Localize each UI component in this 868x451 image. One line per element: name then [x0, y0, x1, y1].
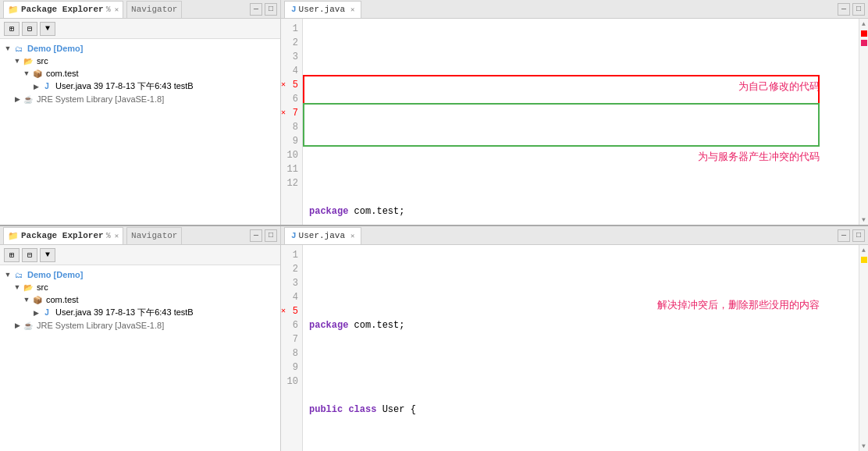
bottom-tree-src[interactable]: ▼ 📂 src — [0, 281, 280, 293]
b-line-num-8: 8 — [281, 346, 302, 360]
scrollbar-bottom-arrow[interactable]: ▼ — [859, 215, 868, 225]
annotation-server: 为与服务器产生冲突的代码 — [698, 150, 820, 164]
bottom-sidebar-controls: — □ — [250, 229, 277, 242]
bottom-menu-btn[interactable]: ▼ — [40, 248, 55, 262]
bottom-navigator-tab[interactable]: Navigator — [126, 227, 182, 244]
bottom-editor-tab-close[interactable]: ✕ — [350, 232, 354, 240]
view-menu-btn[interactable]: ▼ — [40, 22, 55, 36]
bottom-collapse-btn[interactable]: ⊞ — [4, 248, 20, 262]
sidebar-controls: — □ — [250, 3, 277, 16]
top-right-bar: ▲ ▼ — [859, 19, 868, 225]
tab-percent: % — [106, 5, 111, 14]
navigator-label: Navigator — [131, 5, 177, 14]
comtest-arrow: ▼ — [22, 69, 31, 77]
bottom-comtest-arrow: ▼ — [22, 296, 31, 304]
src-folder-icon: 📂 — [22, 55, 34, 66]
bottom-jre-arrow: ▶ — [12, 321, 22, 329]
b-line-num-6: 6 — [281, 318, 302, 332]
b-line-num-5: 5 — [281, 304, 302, 318]
top-sidebar-tabbar: 📁 Package Explorer % ✕ Navigator — □ — [0, 0, 280, 19]
bottom-tree-userjava[interactable]: ▶ J User.java 39 17-8-13 下午6:43 testB — [0, 306, 280, 319]
demo-project-icon: 🗂 — [12, 43, 25, 54]
bottom-package-explorer-tab[interactable]: 📁 Package Explorer % ✕ — [3, 227, 123, 244]
comtest-icon: 📦 — [31, 68, 44, 79]
bottom-link-btn[interactable]: ⊟ — [22, 248, 37, 262]
package-explorer-tab[interactable]: 📁 Package Explorer % ✕ — [3, 1, 123, 18]
b-line-num-4: 4 — [281, 290, 302, 304]
bottom-tree-demo[interactable]: ▼ 🗂 Demo [Demo] — [0, 268, 280, 281]
bottom-demo-arrow: ▼ — [3, 271, 12, 279]
bottom-jre-label: JRE System Library [JavaSE-1.8] — [37, 321, 164, 330]
minimize-btn[interactable]: — — [250, 3, 262, 16]
userjava-icon: J — [41, 81, 53, 92]
bottom-editor-content: 1 2 3 4 5 6 7 8 9 10 解决掉冲突后，删除那些没用的内容 pa… — [281, 245, 868, 451]
b-code-line-3: public class User { — [309, 403, 852, 417]
maximize-btn[interactable]: □ — [265, 3, 277, 16]
bottom-tab-percent: % — [106, 232, 111, 240]
b-line-num-2: 2 — [281, 262, 302, 276]
userjava-editor-tab[interactable]: J User.java ✕ — [284, 1, 361, 18]
tree-item-comtest[interactable]: ▼ 📦 com.test — [0, 67, 280, 80]
bottom-comtest-label: com.test — [46, 295, 79, 304]
bottom-editor-tabbar: J User.java ✕ — □ — [281, 226, 868, 245]
scrollbar-top-arrow[interactable]: ▲ — [859, 19, 868, 29]
editor-tab-close[interactable]: ✕ — [350, 5, 354, 14]
tree-item-src[interactable]: ▼ 📂 src — [0, 55, 280, 67]
tree-item-userjava[interactable]: ▶ J User.java 39 17-8-13 下午6:43 testB — [0, 80, 280, 93]
bottom-navigator-label: Navigator — [131, 231, 177, 240]
tree-item-demo[interactable]: ▼ 🗂 Demo [Demo] — [0, 42, 280, 55]
collapse-all-btn[interactable]: ⊞ — [4, 22, 20, 36]
bottom-comtest-icon: 📦 — [31, 294, 44, 305]
bottom-demo-icon: 🗂 — [12, 269, 25, 280]
bottom-scrollbar-up[interactable]: ▲ — [859, 245, 868, 255]
line-num-12: 12 — [281, 176, 302, 190]
top-code-area[interactable]: 为自己修改的代码 为与服务器产生冲突的代码 package com.test; … — [303, 19, 859, 225]
b-code-line-2 — [309, 360, 852, 375]
b-line-num-10: 10 — [281, 375, 302, 389]
editor-tab-label: User.java — [299, 5, 345, 14]
top-editor: J User.java ✕ — □ 1 2 3 4 5 6 7 8 9 10 — [281, 0, 868, 225]
userjava-label: User.java 39 17-8-13 下午6:43 testB — [55, 80, 194, 92]
bottom-maximize-btn[interactable]: □ — [265, 229, 277, 242]
line-num-4: 4 — [281, 64, 302, 78]
line-num-9: 9 — [281, 134, 302, 148]
folder-icon: 📁 — [8, 5, 19, 15]
src-label: src — [37, 56, 48, 66]
bottom-conflict-marker — [861, 257, 867, 263]
bottom-userjava-tab[interactable]: J User.java ✕ — [284, 227, 361, 244]
bottom-demo-label: Demo [Demo] — [27, 270, 84, 279]
bottom-code-area[interactable]: 解决掉冲突后，删除那些没用的内容 package com.test; publi… — [303, 245, 859, 451]
bottom-panel: 📁 Package Explorer % ✕ Navigator — □ ⊞ ⊟… — [0, 226, 868, 451]
bottom-userjava-label: User.java 39 17-8-13 下午6:43 testB — [55, 307, 194, 318]
line-num-5: 5 — [281, 78, 302, 92]
top-panel: 📁 Package Explorer % ✕ Navigator — □ ⊞ ⊟… — [0, 0, 868, 226]
editor-minimize-btn[interactable]: — — [838, 3, 850, 16]
line-num-10: 10 — [281, 148, 302, 162]
bottom-src-arrow: ▼ — [12, 283, 22, 291]
bottom-tree-comtest[interactable]: ▼ 📦 com.test — [0, 293, 280, 306]
b-line-num-7: 7 — [281, 332, 302, 346]
bottom-editor-minimize[interactable]: — — [838, 229, 850, 242]
tree-item-jre[interactable]: ▶ ☕ JRE System Library [JavaSE-1.8] — [0, 93, 280, 105]
bottom-sidebar-toolbar: ⊞ ⊟ ▼ — [0, 245, 280, 265]
tab-close-icon[interactable]: ✕ — [115, 5, 119, 14]
jre-arrow: ▶ — [12, 95, 22, 103]
bottom-scrollbar-down[interactable]: ▼ — [859, 441, 868, 451]
bottom-tab-close[interactable]: ✕ — [115, 232, 119, 240]
navigator-tab[interactable]: Navigator — [126, 1, 182, 18]
b-code-line-1: package com.test; — [309, 318, 852, 332]
link-editor-btn[interactable]: ⊟ — [22, 22, 37, 36]
b-code-line-4 — [309, 445, 852, 451]
bottom-userjava-icon: J — [41, 307, 53, 318]
conflict-box-server — [303, 103, 820, 147]
top-sidebar: 📁 Package Explorer % ✕ Navigator — □ ⊞ ⊟… — [0, 0, 281, 225]
bottom-tree-jre[interactable]: ▶ ☕ JRE System Library [JavaSE-1.8] — [0, 319, 280, 332]
bottom-minimize-btn[interactable]: — — [250, 229, 262, 242]
bottom-editor-maximize[interactable]: □ — [852, 229, 865, 242]
editor-maximize-btn[interactable]: □ — [852, 3, 865, 16]
editor-tab-icon: J — [291, 5, 297, 14]
conflict-marker-red-bot — [861, 40, 867, 46]
bottom-src-label: src — [37, 282, 48, 292]
code-line-1: package com.test; — [309, 204, 852, 218]
bottom-right-bar: ▲ ▼ — [859, 245, 868, 451]
